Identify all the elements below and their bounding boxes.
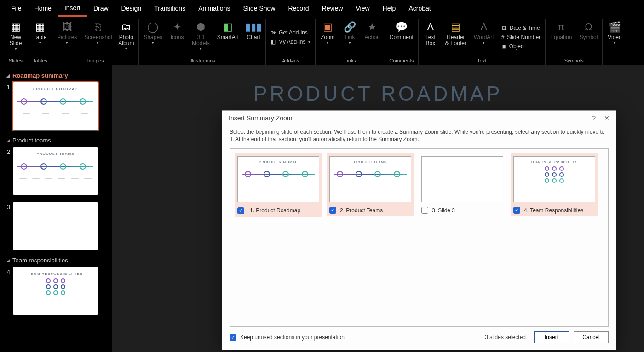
- 3d-models-button[interactable]: ⬢ 3D Models ▾: [190, 19, 212, 52]
- icons-button[interactable]: ✦ Icons: [168, 19, 186, 41]
- slide-thumbnail-3[interactable]: [13, 202, 98, 250]
- shapes-button[interactable]: ◯ Shapes ▾: [142, 19, 164, 46]
- date-time-button[interactable]: 🗓Date & Time: [500, 24, 542, 32]
- menu-insert[interactable]: Insert: [58, 0, 87, 17]
- header-footer-icon: ▤: [448, 20, 463, 34]
- get-addins-button[interactable]: 🛍Get Add-ins: [269, 28, 312, 37]
- zoom-thumb: TEAM RESPONSIBILITIES: [513, 156, 595, 202]
- close-button[interactable]: ✕: [604, 114, 610, 122]
- photo-album-icon: 🗂: [119, 20, 133, 34]
- menu-bar: File Home Insert Draw Design Transitions…: [0, 0, 644, 17]
- slide-number: 4: [4, 267, 10, 275]
- photo-album-button[interactable]: 🗂 Photo Album ▾: [116, 19, 136, 52]
- group-illustrations: ◯ Shapes ▾ ✦ Icons ⬢ 3D Models ▾ ◧ Smart…: [139, 19, 266, 65]
- hash-icon: #: [501, 34, 505, 40]
- thumb-title: PRODUCT TEAMS: [36, 152, 74, 156]
- zoom-card-label: 2. Product Teams: [340, 207, 383, 214]
- help-button[interactable]: ?: [592, 114, 596, 122]
- equation-button[interactable]: π Equation: [548, 19, 574, 41]
- menu-slideshow[interactable]: Slide Show: [236, 1, 282, 16]
- group-symbols: π Equation Ω Symbol Symbols: [546, 19, 603, 65]
- group-tables: ▦ Table ▾ Tables: [28, 19, 52, 65]
- group-label-images: Images: [87, 57, 104, 65]
- section-header-roadmap[interactable]: Roadmap summary: [6, 72, 109, 79]
- wordart-button[interactable]: A WordArt ▾: [472, 19, 496, 46]
- chevron-down-icon: ▾: [125, 46, 127, 51]
- insert-button[interactable]: Insert: [534, 331, 569, 343]
- link-button[interactable]: 🔗 Link ▾: [340, 19, 359, 46]
- comment-button[interactable]: 💬 Comment: [388, 19, 415, 41]
- chevron-down-icon: ▾: [614, 40, 616, 45]
- zoom-icon: ▣: [320, 20, 335, 34]
- chevron-down-icon: ▾: [327, 40, 329, 45]
- object-button[interactable]: ▣Object: [500, 42, 542, 51]
- store-icon: 🛍: [270, 29, 276, 36]
- screenshot-icon: ⎘: [90, 20, 105, 34]
- video-button[interactable]: 🎬 Video ▾: [605, 19, 624, 46]
- menu-draw[interactable]: Draw: [87, 1, 115, 16]
- group-slides: ▦ New Slide ▾ Slides: [4, 19, 28, 65]
- zoom-card-3[interactable]: 3. Slide 3: [419, 153, 506, 216]
- group-label-tables: Tables: [33, 57, 47, 65]
- my-addins-button[interactable]: ◧My Add-ins ▾: [269, 38, 312, 46]
- menu-review[interactable]: Review: [316, 1, 350, 16]
- cancel-button[interactable]: Cancel: [574, 331, 609, 343]
- menu-view[interactable]: View: [350, 1, 376, 16]
- slide-number-button[interactable]: #Slide Number: [500, 33, 542, 41]
- zoom-card-2[interactable]: PRODUCT TEAMS ✓ 2. Product Teams: [327, 153, 414, 216]
- smartart-button[interactable]: ◧ SmartArt: [215, 19, 241, 41]
- zoom-button[interactable]: ▣ Zoom ▾: [318, 19, 337, 46]
- menu-home[interactable]: Home: [28, 1, 58, 16]
- dialog-header: Insert Summary Zoom ? ✕: [222, 111, 616, 125]
- slide-thumbnail-2[interactable]: PRODUCT TEAMS: [13, 147, 98, 195]
- menu-file[interactable]: File: [5, 1, 28, 16]
- action-icon: ★: [365, 20, 380, 34]
- checkbox[interactable]: [421, 207, 428, 214]
- link-icon: 🔗: [342, 20, 357, 34]
- slide-number: 1: [4, 82, 10, 91]
- zoom-card-4[interactable]: TEAM RESPONSIBILITIES ✓ 4. Team Responsi…: [511, 153, 598, 216]
- checkbox[interactable]: ✓: [237, 207, 244, 214]
- zoom-thumb: [421, 156, 503, 202]
- selection-status: 3 slides selected: [485, 334, 526, 341]
- textbox-icon: A: [423, 20, 438, 34]
- slide-thumbnail-4[interactable]: TEAM RESPONSIBILITIES: [13, 267, 98, 315]
- slide-thumbnail-1[interactable]: PRODUCT ROADMAP: [13, 82, 98, 131]
- zoom-card-1[interactable]: PRODUCT ROADMAP ✓ 1. Product Roadmap: [235, 153, 322, 217]
- group-label-symbols: Symbols: [564, 57, 584, 65]
- menu-acrobat[interactable]: Acrobat: [402, 1, 437, 16]
- pictures-icon: 🖼: [60, 20, 75, 34]
- screenshot-button[interactable]: ⎘ Screenshot ▾: [82, 19, 113, 46]
- section-header-teams[interactable]: Product teams: [6, 137, 109, 144]
- new-slide-button[interactable]: ▦ New Slide ▾: [6, 19, 25, 52]
- group-media: 🎬 Video ▾: [603, 19, 627, 65]
- checkbox[interactable]: ✓: [513, 207, 520, 214]
- action-button[interactable]: ★ Action: [362, 19, 381, 41]
- slide-number: 3: [4, 202, 10, 210]
- menu-animations[interactable]: Animations: [192, 1, 236, 16]
- header-footer-button[interactable]: ▤ Header & Footer: [443, 19, 468, 47]
- keep-unused-checkbox[interactable]: ✓: [230, 334, 236, 341]
- table-button[interactable]: ▦ Table ▾: [31, 19, 49, 46]
- smartart-icon: ◧: [220, 20, 235, 34]
- object-icon: ▣: [501, 43, 506, 50]
- dialog-title: Insert Summary Zoom: [229, 114, 292, 122]
- slide-thumbnails-panel: Roadmap summary 1 PRODUCT ROADMAP Produc…: [0, 65, 112, 352]
- slide-thumb-row: 1 PRODUCT ROADMAP: [4, 82, 109, 131]
- symbol-button[interactable]: Ω Symbol: [577, 19, 599, 41]
- menu-help[interactable]: Help: [376, 1, 402, 16]
- textbox-button[interactable]: A Text Box: [421, 19, 440, 47]
- icons-icon: ✦: [170, 20, 184, 34]
- chevron-down-icon: ▾: [152, 40, 154, 45]
- chart-button[interactable]: ▮▮▮ Chart: [244, 19, 263, 41]
- wordart-icon: A: [477, 20, 491, 34]
- addin-icon: ◧: [270, 39, 276, 45]
- menu-record[interactable]: Record: [282, 1, 315, 16]
- section-header-responsibilities[interactable]: Team responsibilities: [6, 257, 109, 264]
- group-addins: 🛍Get Add-ins ◧My Add-ins ▾ Add-ins: [266, 19, 316, 65]
- calendar-icon: 🗓: [501, 25, 507, 31]
- pictures-button[interactable]: 🖼 Pictures ▾: [55, 19, 79, 46]
- checkbox[interactable]: ✓: [329, 207, 336, 214]
- menu-transitions[interactable]: Transitions: [148, 1, 192, 16]
- menu-design[interactable]: Design: [115, 1, 148, 16]
